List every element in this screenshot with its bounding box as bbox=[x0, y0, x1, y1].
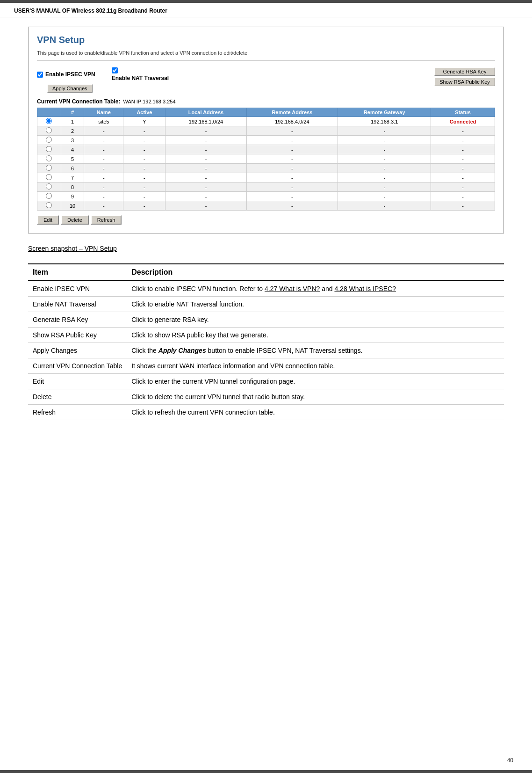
row-status: - bbox=[431, 182, 495, 192]
link-4-28[interactable]: 4.28 What is IPSEC? bbox=[334, 285, 396, 292]
row-gateway: 192.168.3.1 bbox=[338, 117, 431, 126]
row-name: - bbox=[84, 192, 123, 201]
desc-text: Click to enter the current VPN tunnel co… bbox=[127, 374, 504, 389]
enable-ipsec-checkbox[interactable] bbox=[37, 72, 43, 78]
row-active: - bbox=[123, 154, 165, 164]
radio-cell[interactable] bbox=[37, 201, 61, 211]
row-remote: - bbox=[246, 201, 338, 211]
row-num: 1 bbox=[61, 117, 84, 126]
desc-item: Delete bbox=[28, 389, 127, 405]
desc-item: Enable IPSEC VPN bbox=[28, 281, 127, 297]
desc-item: Refresh bbox=[28, 405, 127, 420]
table-row: 6------ bbox=[37, 164, 495, 173]
row-local: - bbox=[165, 154, 246, 164]
enable-ipsec-label: Enable IPSEC VPN bbox=[45, 71, 95, 78]
radio-cell[interactable] bbox=[37, 136, 61, 145]
table-row: 8------ bbox=[37, 182, 495, 192]
refresh-button[interactable]: Refresh bbox=[91, 215, 122, 225]
row-radio[interactable] bbox=[46, 174, 52, 180]
col-num: # bbox=[61, 108, 84, 117]
delete-button[interactable]: Delete bbox=[61, 215, 89, 225]
row-name: site5 bbox=[84, 117, 123, 126]
radio-cell[interactable] bbox=[37, 192, 61, 201]
page-header: USER'S MANUAL OF Wireless 802.11g Broadb… bbox=[0, 3, 532, 17]
col-item-header: Item bbox=[28, 264, 127, 281]
row-gateway: - bbox=[338, 201, 431, 211]
edit-button[interactable]: Edit bbox=[37, 215, 59, 225]
row-radio[interactable] bbox=[46, 155, 52, 161]
row-active: - bbox=[123, 164, 165, 173]
list-item: Current VPN Connection TableIt shows cur… bbox=[28, 358, 504, 374]
show-rsa-button[interactable]: Show RSA Public Key bbox=[434, 78, 495, 86]
list-item: Enable IPSEC VPNClick to enable IPSEC VP… bbox=[28, 281, 504, 297]
row-gateway: - bbox=[338, 192, 431, 201]
row-num: 7 bbox=[61, 173, 84, 182]
row-local: - bbox=[165, 164, 246, 173]
row-radio[interactable] bbox=[46, 165, 52, 171]
row-status: - bbox=[431, 154, 495, 164]
radio-cell[interactable] bbox=[37, 164, 61, 173]
row-radio[interactable] bbox=[46, 183, 52, 190]
list-item: DeleteClick to delete the current VPN tu… bbox=[28, 389, 504, 405]
vpn-title: VPN Setup bbox=[37, 35, 495, 45]
row-local: - bbox=[165, 126, 246, 136]
controls-row: Enable IPSEC VPN Enable NAT Traversal Ap… bbox=[37, 67, 495, 93]
enable-nat-label: Enable NAT Traversal bbox=[112, 75, 169, 81]
desc-text: Click to refresh the current VPN connect… bbox=[127, 405, 504, 420]
row-remote: - bbox=[246, 182, 338, 192]
controls-right: Generate RSA Key Show RSA Public Key bbox=[434, 67, 495, 86]
radio-cell[interactable] bbox=[37, 117, 61, 126]
list-item: Show RSA Public KeyClick to show RSA pub… bbox=[28, 328, 504, 343]
radio-cell[interactable] bbox=[37, 173, 61, 182]
radio-cell[interactable] bbox=[37, 145, 61, 154]
row-radio[interactable] bbox=[46, 127, 52, 133]
row-radio[interactable] bbox=[46, 137, 52, 143]
row-gateway: - bbox=[338, 126, 431, 136]
row-name: - bbox=[84, 182, 123, 192]
enable-ipsec-row: Enable IPSEC VPN Enable NAT Traversal bbox=[37, 67, 169, 81]
apply-changes-button[interactable]: Apply Changes bbox=[47, 84, 93, 93]
screen-caption: Screen snapshot – VPN Setup bbox=[28, 245, 504, 252]
desc-text: Click to delete the current VPN tunnel t… bbox=[127, 389, 504, 405]
page-footer: 40 bbox=[507, 757, 513, 764]
desc-item: Current VPN Connection Table bbox=[28, 358, 127, 374]
row-num: 2 bbox=[61, 126, 84, 136]
radio-cell[interactable] bbox=[37, 154, 61, 164]
main-content: VPN Setup This page is used to enable/di… bbox=[0, 17, 532, 430]
row-status: Connected bbox=[431, 117, 495, 126]
col-remote: Remote Address bbox=[246, 108, 338, 117]
row-radio[interactable] bbox=[46, 193, 52, 199]
table-header-row: # Name Active Local Address Remote Addre… bbox=[37, 108, 495, 117]
link-4-27[interactable]: 4.27 What is VPN? bbox=[265, 285, 320, 292]
table-row: 10------ bbox=[37, 201, 495, 211]
row-radio[interactable] bbox=[46, 202, 52, 208]
row-num: 10 bbox=[61, 201, 84, 211]
manual-title: USER'S MANUAL OF Wireless 802.11g Broadb… bbox=[14, 7, 167, 14]
row-num: 5 bbox=[61, 154, 84, 164]
desc-text: Click to show RSA public key that we gen… bbox=[127, 328, 504, 343]
row-local: - bbox=[165, 192, 246, 201]
desc-text: Click to generate RSA key. bbox=[127, 312, 504, 328]
col-desc-header: Description bbox=[127, 264, 504, 281]
list-item: RefreshClick to refresh the current VPN … bbox=[28, 405, 504, 420]
enable-nat-checkbox[interactable] bbox=[112, 67, 118, 73]
row-local: - bbox=[165, 201, 246, 211]
row-radio[interactable] bbox=[46, 146, 52, 152]
bottom-buttons: Edit Delete Refresh bbox=[37, 215, 495, 225]
page-number: 40 bbox=[507, 757, 513, 764]
table-row: 5------ bbox=[37, 154, 495, 164]
radio-cell[interactable] bbox=[37, 126, 61, 136]
row-active: - bbox=[123, 136, 165, 145]
row-local: - bbox=[165, 182, 246, 192]
desc-text: Click to enable IPSEC VPN function. Refe… bbox=[127, 281, 504, 297]
generate-rsa-button[interactable]: Generate RSA Key bbox=[434, 67, 495, 76]
list-item: EditClick to enter the current VPN tunne… bbox=[28, 374, 504, 389]
wan-label: WAN IP:192.168.3.254 bbox=[123, 99, 175, 104]
row-radio[interactable] bbox=[46, 118, 52, 124]
desc-header-row: Item Description bbox=[28, 264, 504, 281]
row-name: - bbox=[84, 154, 123, 164]
radio-cell[interactable] bbox=[37, 182, 61, 192]
row-active: - bbox=[123, 192, 165, 201]
desc-table-body: Enable IPSEC VPNClick to enable IPSEC VP… bbox=[28, 281, 504, 420]
row-active: Y bbox=[123, 117, 165, 126]
